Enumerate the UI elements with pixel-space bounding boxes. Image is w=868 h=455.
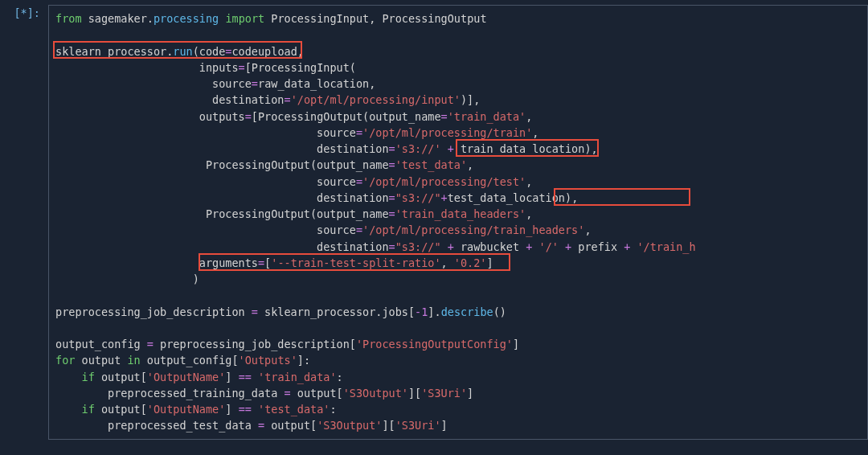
notebook-cell: [*]: from sagemaker.processing import Pr… [0,0,868,440]
cell-prompt: [*]: [6,5,48,440]
code-editor[interactable]: from sagemaker.processing import Process… [48,5,868,440]
code-content[interactable]: from sagemaker.processing import Process… [55,10,861,434]
